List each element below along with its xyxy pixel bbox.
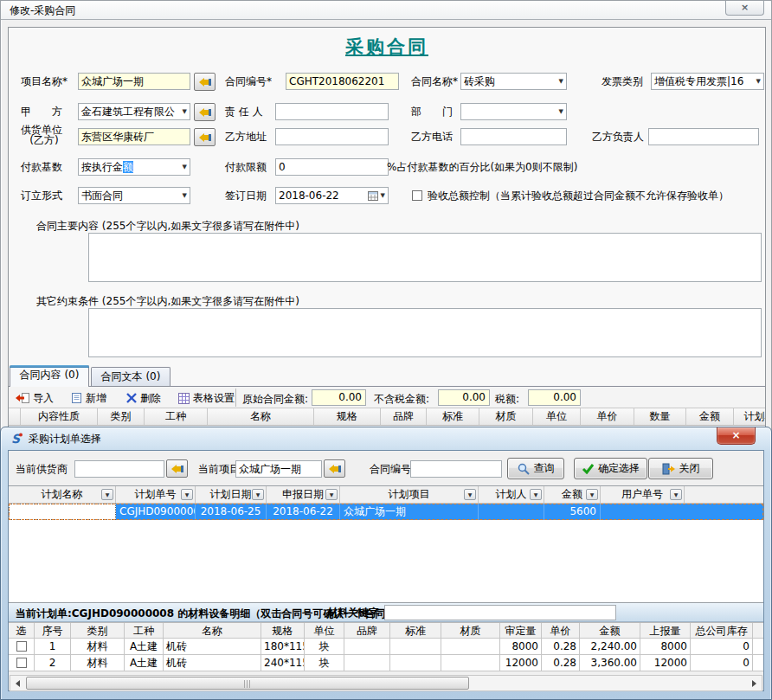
row-checkbox[interactable]	[16, 641, 27, 652]
supplier-picker-button[interactable]	[166, 459, 188, 478]
add-button[interactable]: 新增	[71, 389, 106, 407]
col-header[interactable]: 计划项目▼	[340, 486, 479, 503]
material-keyword-field[interactable]	[384, 605, 616, 620]
close-icon: ×	[741, 2, 749, 13]
party-b-address-field[interactable]	[275, 128, 389, 145]
dialog-close-button[interactable]: ×	[717, 427, 756, 445]
scroll-left-button[interactable]	[10, 676, 25, 690]
filter-dropdown-button[interactable]: ▼	[181, 489, 193, 500]
plan-cell-project[interactable]: 众城广场一期	[340, 504, 479, 520]
new-document-icon	[71, 392, 82, 404]
row-checkbox[interactable]	[16, 658, 27, 668]
project-name-field[interactable]: 众城广场一期	[78, 73, 190, 90]
notax-amount-field[interactable]: 0.00	[438, 389, 490, 406]
close-dialog-button[interactable]: 关闭	[648, 458, 713, 479]
scroll-right-button[interactable]	[747, 676, 762, 690]
plan-cell-number[interactable]: CGJHD090000008	[116, 504, 196, 520]
current-project-field[interactable]: 众城广场一期	[235, 460, 322, 478]
plan-cell-user-no[interactable]	[601, 504, 685, 520]
col-header[interactable]: 金额	[686, 408, 734, 425]
col-header: 总公司库存	[691, 623, 753, 638]
chevron-down-icon: ▼	[559, 74, 563, 89]
contract-no-field[interactable]: CGHT2018062201	[286, 73, 399, 90]
detail-header-row: 选 序号 类别 工种 名称 规格 单位 品牌 标准 材质 审定量 单价 金额 上…	[9, 622, 763, 639]
main-content-textarea[interactable]	[88, 233, 762, 282]
col-header[interactable]: 数量	[634, 408, 686, 425]
supplier-picker-button[interactable]	[194, 128, 216, 146]
pay-base-select[interactable]: 按执行金额 ▼	[78, 158, 190, 176]
form-type-select[interactable]: 书面合同▼	[78, 187, 190, 204]
project-picker-button[interactable]	[324, 459, 345, 478]
filter-dropdown-button[interactable]: ▼	[464, 489, 476, 500]
col-header[interactable]: 金额▼	[544, 486, 601, 503]
current-project-label: 当前项目	[198, 460, 240, 478]
window-close-button[interactable]: ×	[725, 1, 764, 16]
confirm-select-button[interactable]: 确定选择	[574, 458, 647, 479]
plan-grid-header: 计划名称▼ 计划单号▼ 计划日期▼ 申报日期▼ 计划项目▼ 计划人▼ 金额▼ 用…	[9, 486, 763, 504]
plan-cell-name[interactable]	[9, 504, 116, 520]
filter-dropdown-button[interactable]: ▼	[586, 489, 598, 500]
grid-settings-button[interactable]: 表格设置	[178, 389, 235, 407]
plan-cell-amount[interactable]: 5600	[544, 504, 601, 520]
col-header[interactable]: 工种	[145, 408, 208, 425]
current-supplier-field[interactable]	[74, 460, 164, 478]
material-row[interactable]: 1 材料 A土建 机砖 180*115* 块 8000 0.28 2,240.0…	[9, 639, 763, 655]
pay-limit-field[interactable]: 0	[275, 158, 389, 176]
col-header[interactable]: 内容性质	[21, 408, 98, 425]
import-icon	[16, 392, 29, 404]
filter-dropdown-button[interactable]: ▼	[530, 489, 542, 500]
plan-row-selected[interactable]: CGJHD090000008 2018-06-25 2018-06-22 众城广…	[9, 504, 763, 520]
delete-x-icon	[126, 393, 137, 403]
col-header[interactable]: 名称	[208, 408, 314, 425]
party-b-head-label: 乙方负责人	[592, 128, 644, 145]
tab-contract-content[interactable]: 合同内容 (0)	[10, 365, 89, 387]
col-header[interactable]: 品牌	[381, 408, 427, 425]
accept-total-checkbox[interactable]	[412, 190, 422, 201]
other-terms-textarea[interactable]	[88, 308, 762, 357]
tax-amount-field[interactable]: 0.00	[528, 389, 581, 406]
col-header[interactable]: 用户单号▼	[601, 486, 685, 503]
filter-dropdown-button[interactable]: ▼	[670, 489, 682, 500]
col-header[interactable]: 计划单号▼	[116, 486, 196, 503]
chevron-down-icon: ▼	[183, 188, 187, 203]
col-header[interactable]: 标准	[427, 408, 479, 425]
project-picker-button[interactable]	[194, 73, 216, 91]
contract-no-field[interactable]	[410, 460, 502, 478]
filter-dropdown-button[interactable]: ▼	[101, 489, 113, 500]
col-header[interactable]: 计划名称▼	[9, 486, 116, 503]
party-b-head-field[interactable]	[648, 128, 759, 145]
scrollbar-thumb[interactable]	[26, 677, 469, 690]
delete-button[interactable]: 删除	[126, 389, 161, 407]
orig-amount-field[interactable]: 0.00	[312, 389, 366, 406]
plan-cell-report-date[interactable]: 2018-06-22	[267, 504, 340, 520]
col-header[interactable]: 单价	[581, 408, 634, 425]
filter-dropdown-button[interactable]: ▼	[252, 489, 264, 500]
text-selection: 额	[123, 161, 133, 173]
department-select[interactable]: ▼	[460, 103, 567, 120]
filter-dropdown-button[interactable]: ▼	[325, 489, 338, 500]
table-grid-icon	[178, 393, 190, 404]
responsible-field[interactable]	[275, 103, 389, 120]
col-header[interactable]: 规格	[314, 408, 381, 425]
party-b-phone-field[interactable]	[460, 128, 567, 145]
col-header[interactable]: 类别	[98, 408, 145, 425]
col-header[interactable]: 计划单	[734, 408, 765, 425]
col-header[interactable]: 单位	[533, 408, 581, 425]
col-header[interactable]: 材质	[479, 408, 533, 425]
col-header[interactable]: 计划日期▼	[196, 486, 267, 503]
col-header[interactable]: 计划人▼	[479, 486, 544, 503]
plan-cell-planner[interactable]	[479, 504, 544, 520]
query-button[interactable]: 查询	[507, 458, 564, 479]
party-a-picker-button[interactable]	[194, 103, 216, 121]
material-row[interactable]: 2 材料 A土建 机砖 240*115* 块 12000 0.28 3,360.…	[9, 655, 763, 671]
invoice-type-select[interactable]: 增值税专用发票|16▼	[651, 73, 764, 90]
plan-cell-date[interactable]: 2018-06-25	[196, 504, 267, 520]
contract-name-select[interactable]: 砖采购▼	[460, 73, 567, 90]
col-header[interactable]: 申报日期▼	[267, 486, 340, 503]
import-button[interactable]: 导入	[16, 389, 54, 407]
horizontal-scrollbar[interactable]	[10, 675, 762, 691]
sign-date-picker[interactable]: 2018-06-22 ▼	[275, 187, 389, 204]
supplier-field[interactable]: 东营区华康砖厂	[78, 128, 190, 145]
party-a-select[interactable]: 金石建筑工程有限公▼	[78, 103, 190, 120]
tab-contract-text[interactable]: 合同文本 (0)	[91, 367, 170, 386]
